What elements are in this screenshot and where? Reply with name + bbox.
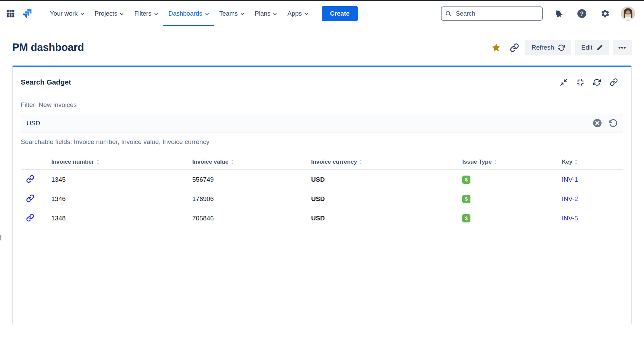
nav-item-plans[interactable]: Plans [250, 1, 282, 26]
column-header-invoice-currency[interactable]: Invoice currency [311, 159, 462, 169]
settings-gear-icon[interactable] [598, 6, 613, 21]
edit-button[interactable]: Edit [575, 40, 609, 55]
global-search-input[interactable] [441, 6, 543, 21]
invoice-number-cell: 1345 [51, 169, 192, 189]
invoice-currency-cell: USD [311, 209, 462, 228]
notifications-bell-icon[interactable] [551, 6, 566, 21]
user-avatar[interactable] [621, 6, 635, 21]
collapse-icon[interactable] [558, 76, 570, 88]
invoice-value-cell: 176906 [192, 189, 311, 209]
dollar-issue-type-icon: $ [462, 195, 470, 203]
help-icon[interactable]: ? [574, 6, 590, 21]
favorite-star-icon[interactable] [489, 40, 504, 55]
gadget-link-icon[interactable] [608, 76, 620, 88]
chevron-down-icon [205, 12, 209, 16]
table-row: 1348 705846 USD $ INV-5 [21, 209, 623, 228]
nav-item-projects[interactable]: Projects [90, 1, 129, 26]
nav-item-label: Filters [134, 10, 151, 17]
chevron-down-icon [120, 12, 124, 16]
compress-icon[interactable] [574, 76, 586, 88]
column-label: Invoice currency [311, 159, 357, 165]
primary-nav: Your work Projects Filters Dashboards Te… [45, 1, 314, 26]
create-button[interactable]: Create [322, 6, 358, 21]
column-label: Invoice number [51, 159, 94, 165]
searchable-fields-hint: Searchable fields: Invoice number, Invoi… [21, 138, 623, 146]
invoice-currency-cell: USD [311, 169, 462, 189]
issue-key-link[interactable]: INV-1 [562, 176, 578, 183]
page-title: PM dashboard [12, 41, 84, 54]
svg-text:?: ? [580, 11, 584, 17]
dollar-issue-type-icon: $ [462, 176, 470, 184]
sort-icon [494, 159, 497, 165]
dashboard-page: PM dashboard Refresh [0, 38, 644, 325]
chevron-down-icon [240, 12, 245, 16]
column-header-key[interactable]: Key [562, 159, 623, 169]
nav-item-your-work[interactable]: Your work [45, 1, 90, 26]
invoice-value-cell: 705846 [192, 209, 311, 228]
invoice-results-table: Invoice number Invoice value Invoice cur… [21, 159, 623, 228]
issue-link-icon[interactable] [25, 194, 35, 203]
edit-button-label: Edit [581, 44, 592, 51]
left-edge-artifact [0, 235, 1, 240]
nav-item-dashboards[interactable]: Dashboards [163, 1, 214, 26]
app-switcher-icon[interactable] [3, 6, 18, 21]
sort-icon [96, 159, 100, 165]
invoice-number-cell: 1348 [51, 209, 192, 228]
column-header-issue-type[interactable]: Issue Type [462, 159, 562, 169]
table-row: 1345 556749 USD $ INV-1 [21, 169, 623, 189]
nav-item-apps[interactable]: Apps [282, 1, 314, 26]
column-label: Invoice value [192, 159, 229, 165]
gadget-title: Search Gadget [21, 78, 71, 86]
column-label: Key [562, 159, 572, 165]
chevron-down-icon [80, 12, 85, 16]
invoice-number-cell: 1346 [51, 189, 192, 209]
search-icon [445, 10, 452, 17]
column-header-invoice-value[interactable]: Invoice value [192, 159, 311, 169]
nav-item-teams[interactable]: Teams [214, 1, 250, 26]
nav-item-label: Teams [219, 10, 238, 17]
column-label: Issue Type [462, 159, 492, 165]
nav-item-label: Dashboards [168, 10, 202, 17]
pencil-icon [596, 44, 603, 51]
search-gadget-card: Search Gadget [12, 66, 632, 325]
column-header-invoice-number[interactable]: Invoice number [51, 159, 192, 169]
nav-item-label: Projects [95, 10, 118, 17]
gadget-refresh-icon[interactable] [591, 76, 603, 88]
more-actions-button[interactable]: ••• [613, 40, 632, 55]
dollar-issue-type-icon: $ [462, 214, 470, 222]
gadget-search-input[interactable] [21, 114, 623, 132]
sort-icon [231, 159, 234, 165]
chevron-down-icon [273, 12, 277, 16]
nav-item-filters[interactable]: Filters [129, 1, 163, 26]
sort-icon [359, 159, 362, 165]
refresh-button[interactable]: Refresh [525, 40, 572, 55]
issue-link-icon[interactable] [25, 174, 35, 184]
issue-key-link[interactable]: INV-5 [562, 215, 578, 222]
clear-input-icon[interactable] [592, 118, 603, 128]
jira-logo[interactable] [18, 5, 35, 22]
sort-icon [574, 159, 578, 165]
reset-search-icon[interactable] [608, 118, 619, 128]
refresh-icon [558, 44, 565, 51]
nav-item-label: Your work [50, 10, 78, 17]
issue-link-icon[interactable] [25, 213, 35, 222]
column-header-row-icon [21, 159, 51, 169]
refresh-button-label: Refresh [532, 44, 554, 51]
table-row: 1346 176906 USD $ INV-2 [21, 189, 623, 209]
copy-link-icon[interactable] [507, 40, 522, 55]
nav-item-label: Plans [255, 10, 270, 17]
invoice-currency-cell: USD [311, 189, 462, 209]
chevron-down-icon [304, 12, 309, 16]
filter-label: Filter: New invoices [21, 101, 623, 109]
issue-key-link[interactable]: INV-2 [562, 195, 578, 202]
nav-item-label: Apps [287, 10, 302, 17]
top-navigation-bar: Your work Projects Filters Dashboards Te… [0, 1, 644, 26]
chevron-down-icon [154, 12, 158, 16]
invoice-value-cell: 556749 [192, 169, 311, 189]
